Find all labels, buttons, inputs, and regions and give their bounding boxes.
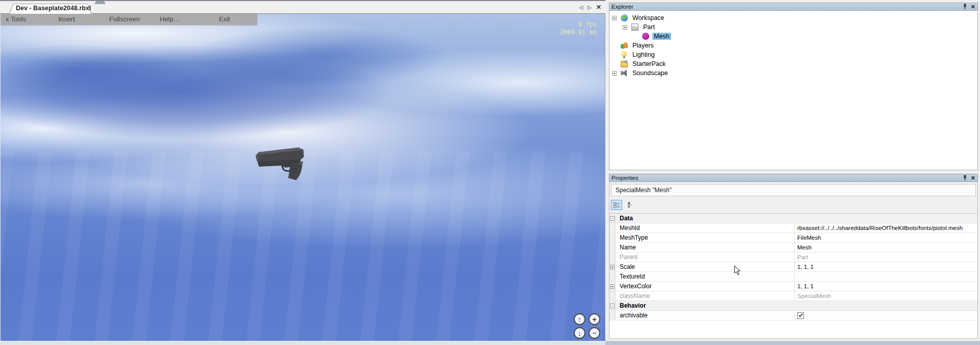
menu-item-insert[interactable]: Insert <box>58 15 75 23</box>
fps-counter: 0 fps <box>560 21 597 29</box>
properties-toolbar: AZ ↓ <box>611 198 635 212</box>
check-icon <box>798 313 803 317</box>
property-row-vertexcolor: + VertexColor 1, 1, 1 <box>609 282 977 291</box>
explorer-header: Explorer ✕ <box>609 3 978 11</box>
pistol-mesh-object[interactable] <box>252 145 313 182</box>
tree-item-lighting[interactable]: + Lighting <box>609 50 977 59</box>
tab-title: Dev - Baseplate2048.rbxl <box>16 5 91 12</box>
properties-grid: - Data MeshId rbxasset://../../../shared… <box>609 213 977 338</box>
collapse-icon[interactable]: - <box>610 304 615 308</box>
properties-title: Properties <box>611 175 963 181</box>
expand-icon[interactable]: + <box>610 265 615 269</box>
performance-overlay: 0 fps 2009.91 ms <box>560 21 597 36</box>
tree-item-workspace[interactable]: + Workspace <box>609 13 977 22</box>
categorized-view-button[interactable] <box>611 200 622 210</box>
camera-down-button[interactable]: ↓ <box>574 327 585 339</box>
tree-item-starterpack[interactable]: + StarterPack <box>609 59 977 68</box>
pin-icon[interactable] <box>963 4 967 10</box>
property-row-name: Name Mesh <box>609 243 977 252</box>
3d-viewport[interactable]: x Tools Insert Fullscreen Help... Exit 0… <box>0 14 605 341</box>
selected-object-label: SpecialMesh "Mesh" <box>611 184 976 196</box>
properties-body: SpecialMesh "Mesh" AZ ↓ <box>609 182 978 339</box>
tree-item-mesh[interactable]: + Mesh <box>609 32 977 41</box>
archivable-checkbox[interactable] <box>797 312 804 319</box>
document-tab-bar: Dev - Baseplate2048.rbxl ◁ ▷ ✕ <box>0 0 605 14</box>
property-row-scale: + Scale 1, 1, 1 <box>609 262 977 272</box>
zoom-in-button[interactable]: + <box>589 313 600 325</box>
property-row-textureid: TextureId <box>609 272 977 282</box>
viewport-menu-bar: x Tools Insert Fullscreen Help... Exit <box>1 14 257 25</box>
expand-icon[interactable]: + <box>623 25 627 30</box>
tab-close-icon[interactable]: ✕ <box>596 4 601 11</box>
mesh-icon <box>642 33 649 40</box>
explorer-close-icon[interactable]: ✕ <box>971 4 975 10</box>
property-row-meshid: MeshId rbxasset://../../../shareddata/Ri… <box>609 223 977 233</box>
right-dock: Explorer ✕ + Workspace + <box>605 0 980 341</box>
part-icon <box>631 24 639 31</box>
frame-time: 2009.91 ms <box>560 29 597 36</box>
expand-icon[interactable]: + <box>612 16 617 20</box>
menu-item-tools[interactable]: x Tools <box>6 15 26 23</box>
menu-item-exit[interactable]: Exit <box>219 15 230 23</box>
tab-bar-artifact <box>94 1 106 4</box>
folder-icon <box>621 62 628 67</box>
bottom-panel-edge <box>0 341 605 345</box>
expand-icon[interactable]: + <box>610 284 615 289</box>
explorer-panel: Explorer ✕ + Workspace + <box>609 3 978 170</box>
menu-item-help[interactable]: Help... <box>160 15 179 23</box>
players-icon <box>621 42 628 49</box>
explorer-title: Explorer <box>611 4 963 10</box>
speaker-icon <box>621 70 628 77</box>
lightbulb-icon <box>621 51 628 58</box>
roblox-studio-window: Dev - Baseplate2048.rbxl ◁ ▷ ✕ x Tools I… <box>0 0 980 345</box>
category-row-data[interactable]: - Data <box>609 214 977 223</box>
camera-nav-pad: ↑ + ↓ − <box>574 313 600 340</box>
properties-header: Properties ✕ <box>609 174 978 182</box>
tab-scroll-left-icon[interactable]: ◁ <box>579 5 583 10</box>
menu-item-fullscreen[interactable]: Fullscreen <box>109 15 140 23</box>
properties-close-icon[interactable]: ✕ <box>971 175 975 181</box>
properties-panel: Properties ✕ SpecialMesh "Mesh" <box>609 174 978 339</box>
category-row-behavior[interactable]: - Behavior <box>609 301 977 311</box>
expand-icon[interactable]: + <box>612 71 617 76</box>
bottom-dock-edge <box>605 341 980 345</box>
tab-scroll-right-icon[interactable]: ▷ <box>587 5 592 10</box>
explorer-tree: + Workspace + Part + Mesh + Play <box>609 11 978 170</box>
camera-up-button[interactable]: ↑ <box>574 313 585 325</box>
alphabetical-sort-button[interactable]: AZ ↓ <box>624 200 635 210</box>
document-tab[interactable]: Dev - Baseplate2048.rbxl <box>9 2 92 15</box>
property-row-meshtype: MeshType FileMesh <box>609 233 977 243</box>
property-row-classname: className SpecialMesh <box>609 291 977 301</box>
tree-item-players[interactable]: + Players <box>609 41 977 50</box>
property-row-archivable: archivable <box>609 311 977 320</box>
collapse-icon[interactable]: - <box>610 216 615 221</box>
property-row-parent: Parent Part <box>609 252 977 262</box>
pin-icon[interactable] <box>963 175 967 181</box>
tree-item-part[interactable]: + Part <box>609 22 977 32</box>
tree-item-soundscape[interactable]: + Soundscape <box>609 68 977 78</box>
workspace-icon <box>621 14 628 21</box>
zoom-out-button[interactable]: − <box>589 327 600 339</box>
